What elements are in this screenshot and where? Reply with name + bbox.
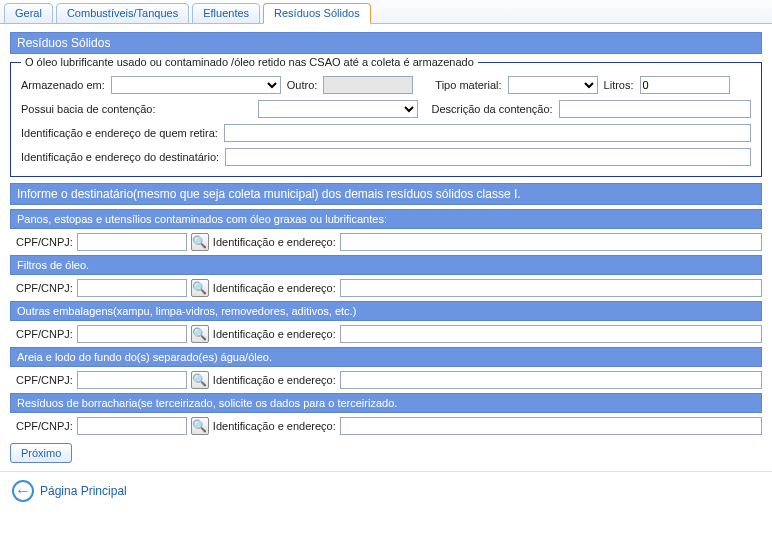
- group-areia-cpf-input[interactable]: [77, 371, 187, 389]
- group-outras-cpf-input[interactable]: [77, 325, 187, 343]
- ident-label: Identificação e endereço:: [213, 282, 336, 294]
- group-panos-ident-input[interactable]: [340, 233, 762, 251]
- cpf-label: CPF/CNPJ:: [16, 328, 73, 340]
- cpf-label: CPF/CNPJ:: [16, 420, 73, 432]
- group-filtros-ident-input[interactable]: [340, 279, 762, 297]
- ident-retira-input[interactable]: [224, 124, 751, 142]
- group-areia-header: Areia e lodo do fundo do(s) separado(es)…: [10, 347, 762, 367]
- oil-storage-legend: O óleo lubrificante usado ou contaminado…: [21, 56, 478, 68]
- ident-label: Identificação e endereço:: [213, 236, 336, 248]
- cpf-label: CPF/CNPJ:: [16, 236, 73, 248]
- section-title-residuos: Resíduos Sólidos: [10, 32, 762, 54]
- group-panos-header: Panos, estopas e utensílios contaminados…: [10, 209, 762, 229]
- group-areia-ident-input[interactable]: [340, 371, 762, 389]
- ident-dest-label: Identificação e endereço do destinatário…: [21, 151, 219, 163]
- ident-retira-label: Identificação e endereço de quem retira:: [21, 127, 218, 139]
- group-outras-row: CPF/CNPJ: 🔍 Identificação e endereço:: [16, 325, 762, 343]
- cpf-label: CPF/CNPJ:: [16, 374, 73, 386]
- home-link[interactable]: Página Principal: [40, 484, 127, 498]
- outro-label: Outro:: [287, 79, 318, 91]
- group-borracharia-row: CPF/CNPJ: 🔍 Identificação e endereço:: [16, 417, 762, 435]
- oil-storage-group: O óleo lubrificante usado ou contaminado…: [10, 56, 762, 177]
- group-filtros-row: CPF/CNPJ: 🔍 Identificação e endereço:: [16, 279, 762, 297]
- group-borracharia-header: Resíduos de borracharia(se terceirizado,…: [10, 393, 762, 413]
- group-areia-row: CPF/CNPJ: 🔍 Identificação e endereço:: [16, 371, 762, 389]
- group-borracharia-cpf-input[interactable]: [77, 417, 187, 435]
- group-filtros-cpf-input[interactable]: [77, 279, 187, 297]
- ident-label: Identificação e endereço:: [213, 328, 336, 340]
- ident-dest-input[interactable]: [225, 148, 751, 166]
- tipo-material-select[interactable]: [508, 76, 598, 94]
- search-icon[interactable]: 🔍: [191, 233, 209, 251]
- group-filtros-header: Filtros de óleo.: [10, 255, 762, 275]
- descricao-contencao-label: Descrição da contenção:: [424, 103, 553, 115]
- back-arrow-icon[interactable]: ←: [12, 480, 34, 502]
- search-icon[interactable]: 🔍: [191, 371, 209, 389]
- cpf-label: CPF/CNPJ:: [16, 282, 73, 294]
- outro-input[interactable]: [323, 76, 413, 94]
- armazenado-em-label: Armazenado em:: [21, 79, 105, 91]
- litros-input[interactable]: [640, 76, 730, 94]
- ident-label: Identificação e endereço:: [213, 420, 336, 432]
- search-icon[interactable]: 🔍: [191, 325, 209, 343]
- tab-combustiveis[interactable]: Combustíveis/Tanques: [56, 3, 189, 24]
- possui-bacia-label: Possui bacia de contenção:: [21, 103, 156, 115]
- footer: ← Página Principal: [0, 471, 772, 510]
- search-icon[interactable]: 🔍: [191, 279, 209, 297]
- tipo-material-label: Tipo material:: [435, 79, 501, 91]
- informe-destinatario-header: Informe o destinatário(mesmo que seja co…: [10, 183, 762, 205]
- armazenado-em-select[interactable]: [111, 76, 281, 94]
- group-outras-ident-input[interactable]: [340, 325, 762, 343]
- possui-bacia-select[interactable]: [258, 100, 418, 118]
- group-panos-row: CPF/CNPJ: 🔍 Identificação e endereço:: [16, 233, 762, 251]
- proximo-button[interactable]: Próximo: [10, 443, 72, 463]
- search-icon[interactable]: 🔍: [191, 417, 209, 435]
- litros-label: Litros:: [604, 79, 634, 91]
- group-borracharia-ident-input[interactable]: [340, 417, 762, 435]
- ident-label: Identificação e endereço:: [213, 374, 336, 386]
- tab-bar: Geral Combustíveis/Tanques Efluentes Res…: [0, 0, 772, 24]
- group-outras-header: Outras embalagens(xampu, limpa-vidros, r…: [10, 301, 762, 321]
- tab-geral[interactable]: Geral: [4, 3, 53, 24]
- tab-residuos-solidos[interactable]: Resíduos Sólidos: [263, 3, 371, 24]
- group-panos-cpf-input[interactable]: [77, 233, 187, 251]
- descricao-contencao-input[interactable]: [559, 100, 751, 118]
- tab-efluentes[interactable]: Efluentes: [192, 3, 260, 24]
